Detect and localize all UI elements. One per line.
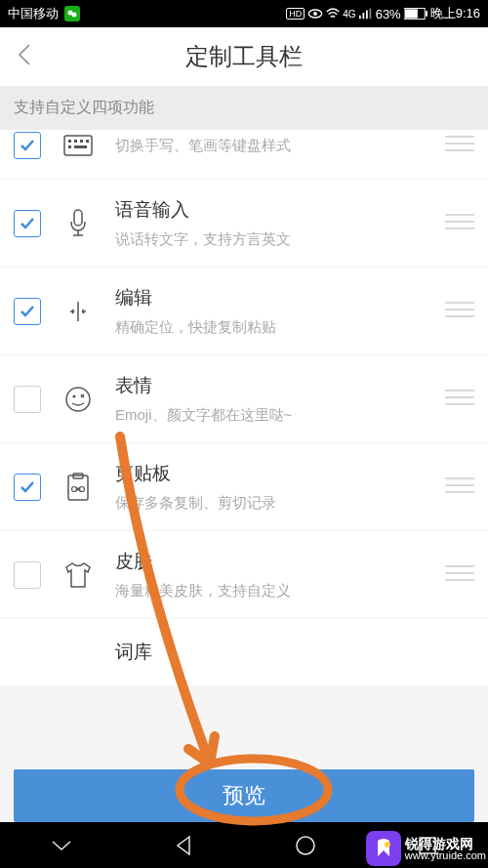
- list-item: 词库: [0, 619, 488, 685]
- checkbox[interactable]: [14, 298, 41, 325]
- watermark: 锐得游戏网 www.ytruide.com: [366, 831, 486, 866]
- svg-rect-5: [362, 13, 364, 19]
- carrier-label: 中国移动: [8, 5, 59, 22]
- list-item: 语音输入 说话转文字，支持方言英文: [0, 180, 488, 268]
- svg-rect-15: [86, 140, 89, 143]
- checkbox[interactable]: [14, 561, 41, 589]
- svg-rect-14: [80, 140, 83, 143]
- cursor-icon: [62, 296, 94, 327]
- wechat-notification-icon: [64, 6, 80, 21]
- svg-point-49: [385, 842, 390, 847]
- svg-point-31: [66, 388, 90, 411]
- keyboard-icon: [62, 130, 94, 161]
- back-button[interactable]: [16, 41, 33, 72]
- drag-handle-icon[interactable]: [445, 389, 474, 410]
- svg-rect-9: [405, 9, 418, 18]
- drag-handle-icon[interactable]: [445, 564, 474, 586]
- microphone-icon: [62, 208, 94, 239]
- battery-percent: 63%: [376, 7, 401, 21]
- watermark-url: www.ytruide.com: [405, 850, 486, 861]
- checkbox[interactable]: [14, 210, 41, 237]
- battery-icon: [404, 8, 427, 20]
- drag-handle-icon[interactable]: [445, 135, 474, 156]
- item-desc: 说话转文字，支持方言英文: [115, 230, 424, 249]
- drag-handle-icon[interactable]: [445, 213, 474, 234]
- network-label: 4G: [343, 9, 355, 20]
- preview-button[interactable]: 预览: [14, 769, 474, 822]
- list-item: 表情 Emoji、颜文字都在这里哒~: [0, 355, 488, 443]
- feature-list: 切换手写、笔画等键盘样式 语音输入 说话转文字，支持方言英文 编辑: [0, 130, 488, 685]
- tshirt-icon: [62, 559, 94, 591]
- item-desc: 海量精美皮肤，支持自定义: [115, 582, 424, 600]
- emoji-icon: [62, 384, 94, 415]
- hd-indicator: HD: [286, 8, 305, 20]
- item-title: 词库: [115, 640, 474, 665]
- svg-rect-17: [74, 145, 87, 148]
- page-title: 定制工具栏: [0, 41, 488, 72]
- item-title: 皮肤: [115, 549, 424, 574]
- list-item: 切换手写、笔画等键盘样式: [0, 130, 488, 180]
- item-desc: 切换手写、笔画等键盘样式: [115, 137, 424, 155]
- nav-dropdown-icon[interactable]: [51, 839, 72, 852]
- watermark-logo-icon: [366, 831, 401, 866]
- item-desc: 保存多条复制、剪切记录: [115, 494, 424, 513]
- svg-rect-4: [359, 16, 361, 20]
- preview-label: 预览: [223, 781, 265, 810]
- item-title: 剪贴板: [115, 461, 424, 486]
- list-item: 编辑 精确定位，快捷复制粘贴: [0, 268, 488, 355]
- item-title: 表情: [115, 373, 424, 398]
- checkbox[interactable]: [14, 474, 41, 501]
- svg-rect-7: [369, 9, 371, 20]
- info-banner: 支持自定义四项功能: [0, 86, 488, 130]
- list-item: 剪贴板 保存多条复制、剪切记录: [0, 443, 488, 531]
- svg-point-32: [73, 394, 76, 397]
- wifi-icon: [326, 8, 340, 20]
- svg-rect-13: [74, 140, 77, 143]
- svg-rect-6: [366, 11, 368, 20]
- eye-icon: [307, 8, 323, 20]
- item-desc: 精确定位，快捷复制粘贴: [115, 318, 424, 337]
- time-label: 晚上9:16: [430, 5, 480, 22]
- checkbox[interactable]: [14, 386, 41, 413]
- svg-rect-16: [68, 145, 71, 148]
- item-desc: Emoji、颜文字都在这里哒~: [115, 406, 424, 425]
- watermark-title: 锐得游戏网: [405, 837, 486, 850]
- nav-home-icon[interactable]: [295, 835, 316, 856]
- svg-point-1: [72, 13, 77, 18]
- item-title: 语音输入: [115, 197, 424, 223]
- signal-icon: [359, 8, 373, 20]
- nav-back-icon[interactable]: [174, 835, 193, 856]
- svg-rect-21: [74, 210, 82, 226]
- checkbox[interactable]: [14, 132, 41, 159]
- item-title: 编辑: [115, 285, 424, 310]
- svg-point-3: [313, 12, 317, 16]
- drag-handle-icon[interactable]: [445, 476, 474, 498]
- drag-handle-icon[interactable]: [445, 301, 474, 322]
- status-bar: 中国移动 HD 4G 63% 晚上9:16: [0, 0, 488, 27]
- svg-rect-10: [426, 11, 427, 17]
- svg-rect-12: [68, 140, 71, 143]
- app-header: 定制工具栏: [0, 27, 488, 86]
- list-item: 皮肤 海量精美皮肤，支持自定义: [0, 531, 488, 619]
- svg-point-46: [297, 837, 314, 854]
- clipboard-icon: [62, 472, 94, 503]
